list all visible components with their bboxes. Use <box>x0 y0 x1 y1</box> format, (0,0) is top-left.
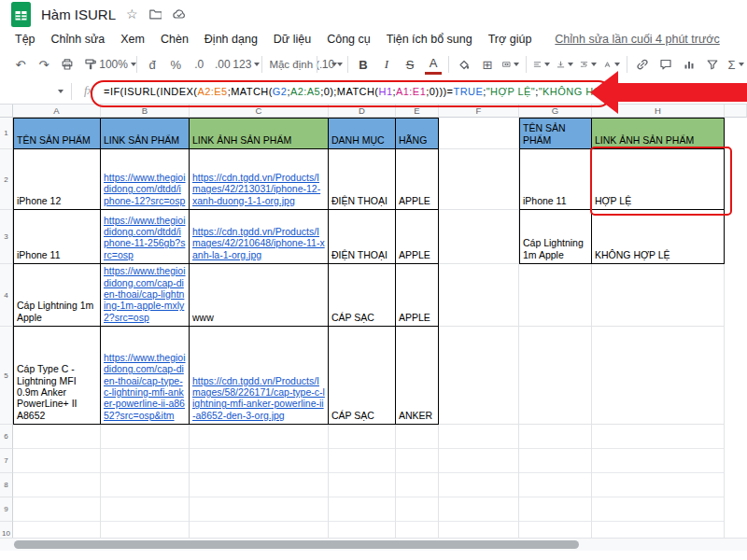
cell-C4[interactable]: www <box>190 264 329 327</box>
row-header-4[interactable]: 4 <box>0 264 13 327</box>
menu-tep[interactable]: Tệp <box>15 33 35 46</box>
row-header-8[interactable]: 8 <box>0 473 13 497</box>
cell-D4[interactable]: CÁP SẠC <box>329 264 396 327</box>
column-header-H[interactable]: H <box>592 105 725 118</box>
cell-C5[interactable]: https://cdn.tgdd.vn/Products/Images/58/2… <box>190 327 329 425</box>
formula-input[interactable]: =IF(ISURL(INDEX(A2:E5;MATCH(G2;A2:A5;0);… <box>104 86 747 97</box>
zoom-select[interactable]: 100% <box>103 54 133 75</box>
cell-B3[interactable]: https://www.thegioididong.com/dtdd/iphon… <box>101 210 190 264</box>
cell-C2[interactable]: https://cdn.tgdd.vn/Products/Images/42/2… <box>190 149 329 210</box>
text-wrap-button[interactable] <box>577 54 599 75</box>
cell-F5[interactable] <box>439 327 519 425</box>
menu-tro-giup[interactable]: Trợ giúp <box>488 33 532 46</box>
horizontal-scrollbar[interactable] <box>0 538 747 552</box>
cell-H5[interactable] <box>592 327 725 425</box>
menu-chen[interactable]: Chèn <box>161 33 189 46</box>
cell-B2[interactable]: https://www.thegioididong.com/dtdd/iphon… <box>101 149 190 210</box>
increase-decimal-button[interactable]: .00 <box>211 54 233 75</box>
text-rotation-button[interactable] <box>600 54 623 75</box>
insert-link-button[interactable] <box>631 54 654 75</box>
cell-A5[interactable]: Cáp Type C - Lightning MFI 0.9m Anker Po… <box>13 327 101 425</box>
cell-G3[interactable]: Cáp Lightning 1m Apple <box>519 210 592 264</box>
cloud-status-icon[interactable] <box>172 7 186 21</box>
cell-B5[interactable]: https://www.thegioididong.com/cap-dien-t… <box>101 327 190 425</box>
column-header-E[interactable]: E <box>396 105 439 118</box>
fill-color-button[interactable] <box>453 54 475 75</box>
cell-F4[interactable] <box>439 264 519 327</box>
insert-comment-button[interactable] <box>655 54 677 75</box>
decrease-decimal-button[interactable]: .0 <box>188 54 210 75</box>
menu-cong-cu[interactable]: Công cụ <box>327 33 371 46</box>
cell-H3[interactable]: KHÔNG HỢP LỆ <box>592 210 725 264</box>
row-header-5[interactable]: 5 <box>0 327 13 425</box>
name-box[interactable] <box>0 78 71 104</box>
cell-G5[interactable] <box>519 327 592 425</box>
cell-B4[interactable]: https://www.thegioididong.com/cap-dien-t… <box>101 264 190 327</box>
cell-F2[interactable] <box>439 149 519 210</box>
cell-C3[interactable]: https://cdn.tgdd.vn/Products/Images/42/2… <box>190 210 329 264</box>
row-header-6[interactable]: 6 <box>0 425 13 449</box>
cell-H4[interactable] <box>592 264 725 327</box>
star-icon[interactable]: ☆ <box>126 7 138 21</box>
cell-F1[interactable] <box>439 118 519 149</box>
cell-D5[interactable]: CÁP SẠC <box>329 327 396 425</box>
column-header-D[interactable]: D <box>329 105 396 118</box>
italic-button[interactable]: I <box>375 54 398 75</box>
font-select[interactable]: Mặc định (... <box>266 54 313 75</box>
cell-G2[interactable]: iPhone 11 <box>519 149 592 210</box>
menu-dinh-dang[interactable]: Định dạng <box>204 33 258 46</box>
cell-E2[interactable]: APPLE <box>396 149 439 210</box>
cell-H1[interactable]: LINK ẢNH SẢN PHẨM <box>592 118 725 149</box>
menu-du-lieu[interactable]: Dữ liệu <box>274 33 311 46</box>
column-header-G[interactable]: G <box>519 105 592 118</box>
cell-D2[interactable]: ĐIỆN THOẠI <box>329 149 396 210</box>
cell-D1[interactable]: DANH MỤC <box>329 118 396 149</box>
currency-format-button[interactable]: đ <box>141 54 163 75</box>
cell-G4[interactable] <box>519 264 592 327</box>
column-header-A[interactable]: A <box>13 105 101 118</box>
document-title[interactable]: Hàm ISURL <box>41 7 116 22</box>
cell-F3[interactable] <box>439 210 519 264</box>
cell-A2[interactable]: iPhone 12 <box>13 149 101 210</box>
column-header-B[interactable]: B <box>101 105 190 118</box>
cell-C1[interactable]: LINK ẢNH SẢN PHẨM <box>190 118 329 149</box>
select-all-corner[interactable] <box>0 105 13 118</box>
cell-E1[interactable]: HÃNG <box>396 118 439 149</box>
font-size-select[interactable]: 10 <box>321 54 344 75</box>
filter-button[interactable] <box>701 54 724 75</box>
column-header-F[interactable]: F <box>439 105 519 118</box>
cell-B1[interactable]: LINK SẢN PHẨM <box>101 118 190 149</box>
sheets-logo[interactable] <box>11 2 31 27</box>
cell-H2[interactable]: HỢP LỆ <box>592 149 725 210</box>
cell-E3[interactable]: APPLE <box>396 210 439 264</box>
vertical-align-button[interactable] <box>554 54 576 75</box>
cell-D3[interactable]: ĐIỆN THOẠI <box>329 210 396 264</box>
column-header-C[interactable]: C <box>190 105 329 118</box>
insert-chart-button[interactable] <box>678 54 700 75</box>
merge-cells-button[interactable] <box>500 54 522 75</box>
borders-button[interactable]: ⊞ <box>476 54 499 75</box>
strikethrough-button[interactable]: S <box>399 54 421 75</box>
more-formats-button[interactable]: 123 <box>234 54 258 75</box>
cell-G1[interactable]: TÊN SẢN PHẨM <box>519 118 592 149</box>
cell-A4[interactable]: Cáp Lightning 1m Apple <box>13 264 101 327</box>
cell-E5[interactable]: ANKER <box>396 327 439 425</box>
cell-A1[interactable]: TÊN SẢN PHẨM <box>13 118 101 149</box>
menu-tien-ich-bo-sung[interactable]: Tiện ích bổ sung <box>387 33 472 46</box>
row-header-3[interactable]: 3 <box>0 210 13 264</box>
horizontal-align-button[interactable] <box>530 54 553 75</box>
percent-format-button[interactable]: % <box>164 54 187 75</box>
print-button[interactable] <box>56 54 78 75</box>
menu-chinh-sua[interactable]: Chỉnh sửa <box>51 33 106 46</box>
cell-A3[interactable]: iPhone 11 <box>13 210 101 264</box>
bold-button[interactable]: B <box>352 54 374 75</box>
row-header-2[interactable]: 2 <box>0 149 13 210</box>
undo-button[interactable]: ↶ <box>9 54 32 75</box>
row-header-9[interactable]: 9 <box>0 497 13 522</box>
scrollbar-thumb[interactable] <box>14 540 579 549</box>
cell-E4[interactable]: APPLE <box>396 264 439 327</box>
menu-xem[interactable]: Xem <box>120 33 145 46</box>
functions-button[interactable]: Σ <box>725 54 747 75</box>
move-folder-icon[interactable] <box>148 7 162 21</box>
row-header-1[interactable]: 1 <box>0 118 13 149</box>
